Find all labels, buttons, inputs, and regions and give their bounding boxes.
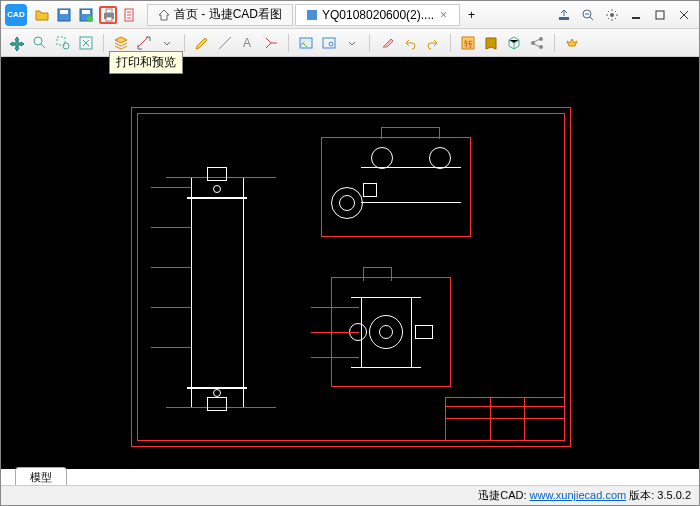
svg-point-12 [610, 13, 614, 17]
tab-close-icon[interactable]: × [438, 8, 449, 22]
version-value: 3.5.0.2 [657, 489, 691, 501]
svg-text:转: 转 [464, 39, 473, 49]
status-bar: 迅捷CAD: www.xunjiecad.com 版本: 3.5.0.2 [1, 485, 699, 505]
vip-icon[interactable] [562, 33, 582, 53]
window-controls [553, 6, 695, 24]
measure-icon[interactable] [134, 33, 154, 53]
zoom-window-icon[interactable] [53, 33, 73, 53]
text-icon[interactable]: A [238, 33, 258, 53]
toolbar-sep [450, 34, 451, 52]
tab-label: YQ0108020600(2).... [322, 8, 434, 22]
cad-file-icon [306, 9, 318, 21]
app-logo: CAD [5, 4, 27, 26]
home-icon [158, 9, 170, 21]
document-tabs: 首页 - 迅捷CAD看图 YQ0108020600(2).... × + [147, 1, 483, 28]
save-icon[interactable] [55, 6, 73, 24]
settings-icon[interactable] [601, 6, 623, 24]
toolbar-sep [288, 34, 289, 52]
delete-icon[interactable] [261, 33, 281, 53]
print-tooltip: 打印和预览 [109, 51, 183, 74]
tab-label: 首页 - 迅捷CAD看图 [174, 6, 282, 23]
maximize-icon[interactable] [649, 6, 671, 24]
svg-point-16 [63, 43, 69, 49]
status-text: 迅捷CAD: www.xunjiecad.com 版本: 3.5.0.2 [478, 488, 691, 503]
zoom-extents-icon[interactable] [76, 33, 96, 53]
3d-icon[interactable] [504, 33, 524, 53]
svg-rect-7 [106, 17, 112, 21]
tab-add[interactable]: + [462, 4, 481, 26]
eraser-icon[interactable] [377, 33, 397, 53]
svg-point-4 [87, 16, 93, 22]
export-icon[interactable] [121, 6, 139, 24]
pan-icon[interactable] [7, 33, 27, 53]
main-toolbar: A 转 打印和预览 [1, 29, 699, 57]
toolbar-sep [103, 34, 104, 52]
image-icon[interactable] [296, 33, 316, 53]
redo-icon[interactable] [423, 33, 443, 53]
toolbar-sep [184, 34, 185, 52]
drawing-canvas[interactable] [1, 57, 699, 469]
model-tab[interactable]: 模型 [15, 467, 67, 485]
find-icon[interactable] [319, 33, 339, 53]
layers-icon[interactable] [111, 33, 131, 53]
website-link[interactable]: www.xunjiecad.com [530, 489, 627, 501]
svg-rect-13 [656, 11, 664, 19]
close-icon[interactable] [673, 6, 695, 24]
svg-rect-10 [559, 17, 569, 20]
cad-drawing [131, 107, 571, 447]
svg-rect-1 [60, 10, 68, 14]
tab-document[interactable]: YQ0108020600(2).... × [295, 4, 460, 26]
zoom-icon[interactable] [30, 33, 50, 53]
svg-rect-3 [82, 10, 90, 14]
version-label: 版本: [629, 489, 654, 501]
open-icon[interactable] [33, 6, 51, 24]
book-icon[interactable] [481, 33, 501, 53]
svg-point-14 [34, 37, 42, 45]
toolbar-sep [369, 34, 370, 52]
undo-icon[interactable] [400, 33, 420, 53]
print-icon[interactable] [99, 6, 117, 24]
dropdown-icon[interactable] [157, 33, 177, 53]
dropdown-icon[interactable] [342, 33, 362, 53]
share-icon[interactable] [527, 33, 547, 53]
minimize-icon[interactable] [625, 6, 647, 24]
svg-point-22 [329, 42, 333, 46]
toolbar-sep [554, 34, 555, 52]
tab-home[interactable]: 首页 - 迅捷CAD看图 [147, 4, 293, 26]
svg-rect-6 [106, 9, 112, 13]
brand-label: 迅捷CAD: [478, 489, 526, 501]
saveas-icon[interactable] [77, 6, 95, 24]
convert-icon[interactable]: 转 [458, 33, 478, 53]
titlebar: CAD 首页 - 迅捷CAD看图 YQ0108020600(2).... × + [1, 1, 699, 29]
zoom-out-icon[interactable] [577, 6, 599, 24]
edit-icon[interactable] [192, 33, 212, 53]
quick-access [33, 6, 139, 24]
svg-text:A: A [243, 36, 251, 50]
svg-rect-9 [307, 10, 317, 20]
line-icon[interactable] [215, 33, 235, 53]
pin-icon[interactable] [553, 6, 575, 24]
